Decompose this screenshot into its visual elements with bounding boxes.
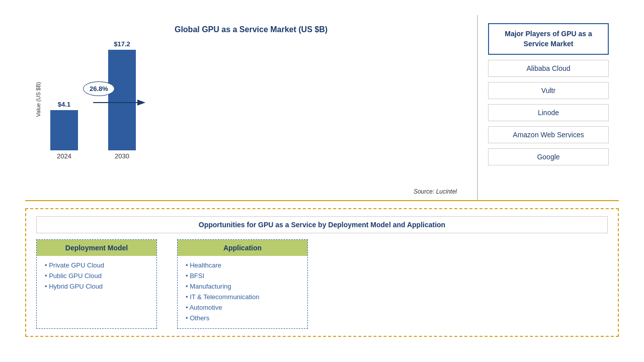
main-container: Global GPU as a Service Market (US $B) V… — [25, 15, 619, 347]
players-title: Major Players of GPU as a Service Market — [488, 23, 609, 55]
app-item-6: • Others — [178, 313, 307, 323]
chart-wrapper: Value (US $B) $4.1 26.8% — [35, 39, 467, 160]
deployment-header: Deployment Model — [37, 240, 156, 256]
deployment-item-3: • Hybrid GPU Cloud — [37, 281, 156, 292]
deployment-item-2: • Public GPU Cloud — [37, 270, 156, 281]
application-header: Application — [178, 240, 307, 256]
annotation-bubble: 26.8% — [83, 81, 115, 96]
deployment-column: Deployment Model • Private GPU Cloud • P… — [36, 239, 157, 329]
y-axis-label: Value (US $B) — [35, 82, 41, 117]
bottom-columns: Deployment Model • Private GPU Cloud • P… — [36, 239, 608, 329]
application-column: Application • Healthcare • BFSI • Manufa… — [177, 239, 308, 329]
app-item-5: • Automotive — [178, 302, 307, 313]
player-alibaba: Alibaba Cloud — [488, 60, 609, 77]
app-item-3: • Manufacturing — [178, 281, 307, 292]
app-item-4: • IT & Telecommunication — [178, 292, 307, 302]
player-aws: Amazon Web Services — [488, 126, 609, 143]
top-section: Global GPU as a Service Market (US $B) V… — [25, 15, 619, 201]
bar-2024-value: $4.1 — [58, 101, 70, 108]
player-linode: Linode — [488, 104, 609, 121]
players-panel: Major Players of GPU as a Service Market… — [478, 15, 619, 200]
bar-2024: $4.1 — [50, 101, 78, 150]
player-vultr: Vultr — [488, 82, 609, 99]
bar-2024-rect — [50, 110, 78, 150]
annotation: 26.8% — [83, 81, 153, 110]
bar-2030-value: $17.2 — [114, 40, 130, 48]
x-label-2030: 2030 — [108, 152, 136, 160]
deployment-item-1: • Private GPU Cloud — [37, 260, 156, 270]
chart-area: Global GPU as a Service Market (US $B) V… — [25, 15, 478, 200]
x-axis-labels: 2024 2030 — [50, 152, 136, 160]
player-google: Google — [488, 148, 609, 165]
app-item-2: • BFSI — [178, 270, 307, 281]
app-item-1: • Healthcare — [178, 260, 307, 270]
chart-title: Global GPU as a Service Market (US $B) — [175, 25, 328, 34]
annotation-arrow — [93, 95, 153, 110]
x-label-2024: 2024 — [50, 152, 78, 160]
source-text: Source: Lucintel — [414, 188, 467, 195]
opportunities-title: Opportunities for GPU as a Service by De… — [36, 216, 608, 233]
opportunities-section: Opportunities for GPU as a Service by De… — [25, 208, 619, 337]
